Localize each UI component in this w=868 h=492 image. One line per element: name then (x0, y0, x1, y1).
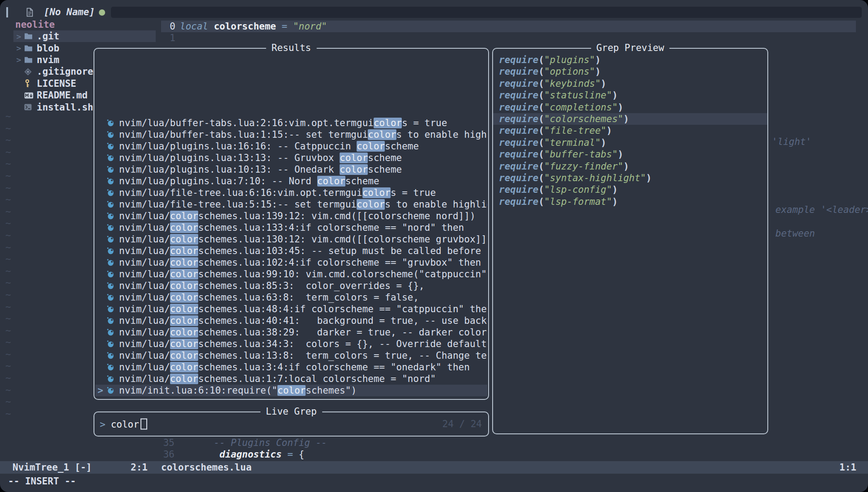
result-text: nvim/lua/colorschemes.lua:1:7:local colo… (119, 373, 487, 385)
code-token: ) (623, 114, 629, 124)
match-highlight: color (170, 269, 198, 280)
result-row[interactable]: nvim/lua/colorschemes.lua:40:41: backgro… (95, 315, 487, 327)
result-row[interactable]: nvim/lua/colorschemes.lua:63:8: term_col… (95, 292, 487, 303)
markdown-icon (24, 92, 37, 99)
modified-dot-icon (99, 9, 105, 16)
result-row[interactable]: nvim/lua/file-tree.lua:6:16:vim.opt.term… (95, 187, 487, 199)
code-token: require (499, 102, 539, 113)
code-token: ( (539, 66, 545, 77)
lua-icon (106, 200, 119, 208)
lua-icon (106, 247, 119, 255)
code-token (208, 21, 214, 32)
result-row[interactable]: nvim/lua/colorschemes.lua:139:12: vim.cm… (95, 210, 487, 222)
code-token: "statusline" (544, 90, 612, 101)
match-highlight: color (170, 234, 198, 245)
result-row[interactable]: nvim/lua/colorschemes.lua:38:29: darker … (95, 327, 487, 338)
match-highlight: color (277, 385, 306, 396)
code-token: require (499, 90, 539, 101)
result-row[interactable]: nvim/lua/colorschemes.lua:102:4:if color… (95, 257, 487, 268)
result-row[interactable]: nvim/lua/colorschemes.lua:13:8: term_col… (95, 350, 487, 361)
code-token: "keybinds" (544, 78, 600, 89)
code-token: require (499, 125, 539, 136)
code-token: ) (601, 137, 607, 148)
match-highlight: color (170, 315, 198, 326)
live-grep-input[interactable]: > color (100, 419, 147, 430)
live-grep-title: Live Grep (260, 406, 322, 417)
buffer-tab[interactable]: [No Name] (26, 5, 95, 19)
match-highlight: color (170, 350, 198, 361)
code-token: ( (539, 78, 545, 89)
code-token: "colorschemes" (544, 114, 623, 124)
chevron-right-icon: > (13, 32, 24, 41)
preview-code-line: require("options") (493, 66, 767, 77)
lua-icon (106, 154, 119, 162)
result-row[interactable]: nvim/lua/colorschemes.lua:3:4:if colorsc… (95, 361, 487, 373)
code-token: "options" (544, 66, 595, 77)
code-token: diagnostics (220, 449, 282, 460)
results-panel: Results nvim/lua/buffer-tabs.lua:2:16:vi… (94, 48, 489, 400)
result-text: nvim/lua/colorschemes.lua:34:3: colors =… (119, 338, 487, 350)
result-row[interactable]: nvim/lua/plugins.lua:16:16: -- Catppucci… (95, 140, 487, 152)
result-row[interactable]: nvim/lua/colorschemes.lua:133:4:if color… (95, 222, 487, 233)
result-row[interactable]: nvim/lua/colorschemes.lua:34:3: colors =… (95, 338, 487, 350)
result-row[interactable]: nvim/lua/buffer-tabs.lua:1:15:-- set ter… (95, 129, 487, 140)
match-highlight: color (368, 129, 396, 140)
code-token: ) (618, 149, 624, 160)
result-text: nvim/lua/colorschemes.lua:102:4:if color… (119, 257, 487, 268)
code-token: "lsp-config" (544, 184, 612, 195)
code-token: ) (612, 196, 618, 207)
preview-code-line: require("terminal") (493, 137, 767, 148)
lua-icon (106, 224, 119, 232)
result-row[interactable]: nvim/lua/plugins.lua:10:13: -- Onedark c… (95, 164, 487, 175)
search-query: color (111, 419, 139, 429)
code-token: "plugins" (544, 55, 595, 65)
lua-icon (106, 259, 119, 267)
tree-item--git[interactable]: >.git (13, 30, 156, 42)
result-row[interactable]: nvim/lua/file-tree.lua:5:15:-- set termg… (95, 199, 487, 210)
result-row[interactable]: nvim/lua/colorschemes.lua:85:3: color_ov… (95, 280, 487, 292)
lua-icon (106, 328, 119, 336)
result-row[interactable]: nvim/lua/buffer-tabs.lua:2:16:vim.opt.te… (95, 117, 487, 129)
result-row[interactable]: >nvim/init.lua:6:10:require("colorscheme… (95, 385, 487, 396)
result-row[interactable]: nvim/lua/colorschemes.lua:1:7:local colo… (95, 373, 487, 385)
grep-preview-content: require("plugins")require("options")requ… (493, 54, 767, 208)
result-text: nvim/lua/colorschemes.lua:103:45: -- set… (119, 245, 487, 257)
match-highlight: color (357, 141, 385, 152)
code-token: require (499, 173, 539, 183)
code-token: ( (539, 125, 545, 136)
match-highlight: color (170, 292, 198, 303)
preview-code-line: require("buffer-tabs") (493, 148, 767, 160)
result-row[interactable]: nvim/lua/colorschemes.lua:130:12: vim.cm… (95, 233, 487, 245)
result-row[interactable]: nvim/lua/colorschemes.lua:103:45: -- set… (95, 245, 487, 257)
result-text: nvim/lua/colorschemes.lua:13:8: term_col… (119, 350, 487, 361)
result-row[interactable]: nvim/lua/plugins.lua:13:13: -- Gruvbox c… (95, 152, 487, 164)
match-highlight: color (170, 246, 198, 256)
lua-icon (106, 305, 119, 313)
code-token: ) (646, 173, 652, 183)
code-token: require (499, 114, 539, 124)
code-token: ( (539, 184, 545, 195)
match-highlight: color (317, 176, 345, 187)
preview-code-line: require("lsp-config") (493, 184, 767, 195)
terminal-icon (24, 104, 37, 110)
line-number: 35 (159, 437, 174, 449)
prompt-icon: > (100, 419, 106, 429)
code-token: require (499, 78, 539, 89)
code-token: ( (539, 55, 545, 65)
lua-icon (106, 177, 119, 185)
result-row[interactable]: nvim/lua/plugins.lua:7:10: -- Nord color… (95, 175, 487, 187)
code-token: require (499, 184, 539, 195)
terminal-window: [No Name] 0 1 local colorscheme = "nord"… (0, 0, 868, 492)
code-token: ( (539, 102, 545, 113)
code-token: ) (595, 66, 601, 77)
match-highlight: color (170, 362, 198, 373)
buffer-line-code: -- Plugins Config -- (180, 437, 327, 449)
code-token (287, 21, 293, 32)
code-token: colorscheme (214, 21, 276, 32)
tabline-background (111, 7, 862, 18)
result-row[interactable]: nvim/lua/colorschemes.lua:99:10: vim.cmd… (95, 268, 487, 280)
result-row[interactable]: nvim/lua/colorschemes.lua:48:4:if colors… (95, 303, 487, 315)
lua-icon (106, 165, 119, 174)
code-token: "lsp-format" (544, 196, 612, 207)
match-highlight: color (170, 327, 198, 338)
